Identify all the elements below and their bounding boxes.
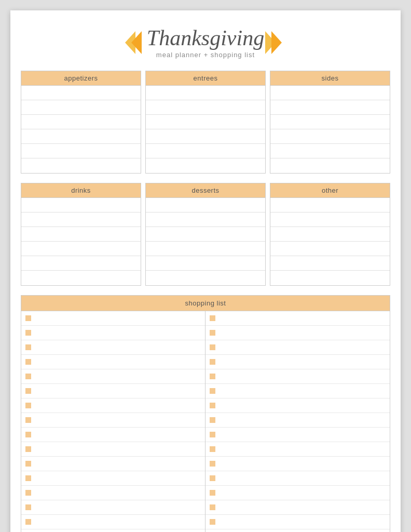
checkbox-icon[interactable]	[210, 315, 215, 321]
meal-row[interactable]	[270, 198, 390, 212]
shopping-item[interactable]	[206, 326, 390, 340]
checkbox-icon[interactable]	[25, 344, 31, 350]
checkbox-icon[interactable]	[25, 519, 31, 525]
shopping-item[interactable]	[21, 369, 205, 384]
shopping-item[interactable]	[21, 500, 205, 515]
meal-row[interactable]	[146, 158, 265, 173]
shopping-item[interactable]	[206, 486, 390, 500]
meal-row[interactable]	[21, 242, 141, 256]
meal-row[interactable]	[21, 271, 141, 285]
meal-row[interactable]	[21, 212, 141, 227]
checkbox-icon[interactable]	[210, 432, 215, 437]
entrees-header: entrees	[146, 71, 265, 86]
meal-row[interactable]	[21, 198, 141, 212]
shopping-item[interactable]	[206, 428, 390, 442]
meal-row[interactable]	[21, 86, 141, 100]
shopping-item[interactable]	[206, 355, 390, 369]
meal-row[interactable]	[146, 212, 265, 227]
shopping-item[interactable]	[206, 515, 390, 529]
shopping-item[interactable]	[21, 398, 205, 413]
meal-row[interactable]	[146, 129, 265, 144]
checkbox-icon[interactable]	[210, 344, 215, 350]
shopping-item[interactable]	[21, 311, 205, 326]
shopping-item[interactable]	[206, 384, 390, 398]
meal-row[interactable]	[21, 144, 141, 158]
checkbox-icon[interactable]	[25, 330, 31, 336]
meal-row[interactable]	[146, 271, 265, 285]
meal-row[interactable]	[270, 86, 390, 100]
checkbox-icon[interactable]	[25, 446, 31, 452]
meal-row[interactable]	[270, 227, 390, 242]
shopping-item[interactable]	[21, 428, 205, 442]
meal-row[interactable]	[270, 256, 390, 271]
checkbox-icon[interactable]	[210, 330, 215, 336]
checkbox-icon[interactable]	[25, 475, 31, 481]
shopping-item[interactable]	[21, 384, 205, 398]
meal-row[interactable]	[146, 256, 265, 271]
checkbox-icon[interactable]	[25, 504, 31, 510]
checkbox-icon[interactable]	[210, 374, 215, 379]
meal-row[interactable]	[21, 115, 141, 129]
checkbox-icon[interactable]	[25, 388, 31, 394]
meal-row[interactable]	[270, 158, 390, 173]
meal-row[interactable]	[21, 129, 141, 144]
checkbox-icon[interactable]	[25, 461, 31, 467]
desserts-box: desserts	[145, 183, 266, 286]
checkbox-icon[interactable]	[210, 490, 215, 496]
checkbox-icon[interactable]	[210, 388, 215, 394]
shopping-item[interactable]	[206, 369, 390, 384]
meal-row[interactable]	[146, 144, 265, 158]
checkbox-icon[interactable]	[25, 432, 31, 437]
meal-row[interactable]	[270, 242, 390, 256]
checkbox-icon[interactable]	[25, 403, 31, 408]
checkbox-icon[interactable]	[25, 490, 31, 496]
meal-row[interactable]	[270, 271, 390, 285]
shopping-item[interactable]	[206, 471, 390, 486]
meal-row[interactable]	[146, 86, 265, 100]
shopping-item[interactable]	[206, 529, 390, 532]
meal-row[interactable]	[270, 115, 390, 129]
meal-row[interactable]	[146, 100, 265, 115]
shopping-item[interactable]	[21, 515, 205, 529]
shopping-item[interactable]	[206, 500, 390, 515]
meal-row[interactable]	[21, 158, 141, 173]
shopping-item[interactable]	[21, 486, 205, 500]
meal-row[interactable]	[21, 227, 141, 242]
shopping-item[interactable]	[21, 355, 205, 369]
checkbox-icon[interactable]	[210, 403, 215, 408]
checkbox-icon[interactable]	[210, 359, 215, 365]
shopping-item[interactable]	[21, 471, 205, 486]
shopping-item[interactable]	[206, 457, 390, 471]
shopping-item[interactable]	[21, 326, 205, 340]
meal-row[interactable]	[270, 212, 390, 227]
checkbox-icon[interactable]	[210, 417, 215, 423]
checkbox-icon[interactable]	[25, 374, 31, 379]
checkbox-icon[interactable]	[25, 359, 31, 365]
shopping-item[interactable]	[21, 442, 205, 457]
meal-row[interactable]	[146, 227, 265, 242]
shopping-item[interactable]	[21, 340, 205, 355]
meal-row[interactable]	[146, 242, 265, 256]
checkbox-icon[interactable]	[25, 315, 31, 321]
checkbox-icon[interactable]	[210, 504, 215, 510]
shopping-item[interactable]	[206, 442, 390, 457]
meal-row[interactable]	[21, 100, 141, 115]
meal-row[interactable]	[21, 256, 141, 271]
shopping-item[interactable]	[206, 311, 390, 326]
checkbox-icon[interactable]	[210, 519, 215, 525]
shopping-item[interactable]	[21, 529, 205, 532]
shopping-item[interactable]	[206, 340, 390, 355]
shopping-item[interactable]	[206, 413, 390, 428]
meal-row[interactable]	[146, 198, 265, 212]
shopping-item[interactable]	[21, 413, 205, 428]
meal-row[interactable]	[270, 144, 390, 158]
checkbox-icon[interactable]	[210, 461, 215, 467]
meal-row[interactable]	[270, 100, 390, 115]
checkbox-icon[interactable]	[210, 446, 215, 452]
shopping-item[interactable]	[206, 398, 390, 413]
checkbox-icon[interactable]	[210, 475, 215, 481]
checkbox-icon[interactable]	[25, 417, 31, 423]
meal-row[interactable]	[146, 115, 265, 129]
meal-row[interactable]	[270, 129, 390, 144]
shopping-item[interactable]	[21, 457, 205, 471]
